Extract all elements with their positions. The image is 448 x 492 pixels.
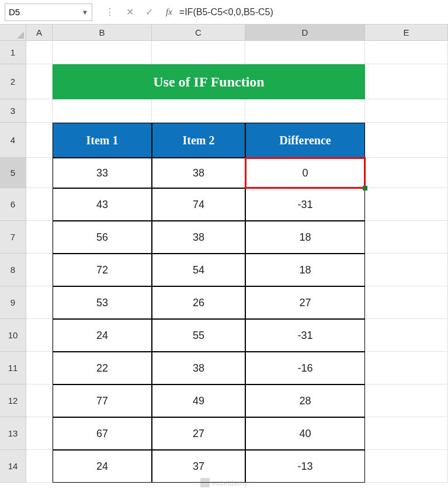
- table-cell[interactable]: 49: [152, 384, 245, 417]
- table-header: Item 1: [53, 123, 152, 158]
- row-header-7[interactable]: 7: [0, 221, 26, 254]
- sheet-grid[interactable]: Use of IF FunctionItem 1Item 2Difference…: [26, 41, 448, 483]
- column-headers: ABCDE: [26, 25, 448, 41]
- select-all-corner[interactable]: [0, 25, 26, 41]
- table-cell[interactable]: -13: [245, 450, 365, 483]
- formula-bar: D5 ▼ ⋮ ✕ ✓ fx =IF(B5-C5<0,0,B5-C5): [0, 0, 448, 25]
- name-box-value: D5: [9, 7, 82, 17]
- column-header-C[interactable]: C: [152, 25, 245, 41]
- chevron-down-icon[interactable]: ▼: [82, 9, 88, 16]
- row-header-5[interactable]: 5: [0, 158, 26, 188]
- row-header-2[interactable]: 2: [0, 64, 26, 99]
- row-header-9[interactable]: 9: [0, 286, 26, 319]
- formula-input[interactable]: =IF(B5-C5<0,0,B5-C5): [179, 7, 448, 18]
- row-header-11[interactable]: 11: [0, 352, 26, 384]
- table-header: Item 2: [152, 123, 245, 158]
- watermark-icon: [200, 478, 209, 487]
- column-header-D[interactable]: D: [245, 25, 365, 41]
- row-header-13[interactable]: 13: [0, 417, 26, 450]
- column-header-A[interactable]: A: [26, 25, 53, 41]
- row-header-14[interactable]: 14: [0, 450, 26, 483]
- title-banner: Use of IF Function: [53, 64, 365, 99]
- table-cell[interactable]: 27: [152, 417, 245, 450]
- table-header: Difference: [245, 123, 365, 158]
- table-cell[interactable]: 18: [245, 254, 365, 286]
- column-header-B[interactable]: B: [53, 25, 152, 41]
- fx-icon[interactable]: fx: [166, 7, 172, 17]
- table-cell[interactable]: -31: [245, 319, 365, 352]
- table-cell[interactable]: -31: [245, 188, 365, 221]
- table-cell[interactable]: 38: [152, 221, 245, 254]
- row-header-3[interactable]: 3: [0, 99, 26, 123]
- table-cell[interactable]: 28: [245, 384, 365, 417]
- table-cell[interactable]: 53: [53, 286, 152, 319]
- table-cell[interactable]: 33: [53, 158, 152, 188]
- table-cell[interactable]: 22: [53, 352, 152, 384]
- table-cell[interactable]: 74: [152, 188, 245, 221]
- row-header-4[interactable]: 4: [0, 123, 26, 158]
- row-header-8[interactable]: 8: [0, 254, 26, 286]
- table-cell[interactable]: 26: [152, 286, 245, 319]
- formula-bar-icons: ⋮ ✕ ✓: [92, 6, 166, 18]
- row-header-6[interactable]: 6: [0, 188, 26, 221]
- table-cell[interactable]: 77: [53, 384, 152, 417]
- dots-icon: ⋮: [105, 6, 114, 18]
- row-headers: 1234567891011121314: [0, 41, 26, 483]
- table-cell[interactable]: 0: [245, 158, 365, 188]
- column-header-E[interactable]: E: [365, 25, 448, 41]
- table-cell[interactable]: 56: [53, 221, 152, 254]
- row-header-1[interactable]: 1: [0, 41, 26, 64]
- table-cell[interactable]: 43: [53, 188, 152, 221]
- cancel-icon[interactable]: ✕: [126, 6, 134, 18]
- table-cell[interactable]: 24: [53, 319, 152, 352]
- check-icon[interactable]: ✓: [145, 6, 153, 18]
- table-cell[interactable]: 38: [152, 158, 245, 188]
- row-header-10[interactable]: 10: [0, 319, 26, 352]
- watermark: exceldemy: [200, 478, 248, 487]
- table-cell[interactable]: 72: [53, 254, 152, 286]
- table-cell[interactable]: 40: [245, 417, 365, 450]
- table-cell[interactable]: 55: [152, 319, 245, 352]
- fill-handle[interactable]: [363, 186, 367, 190]
- watermark-text: exceldemy: [211, 479, 248, 487]
- row-header-12[interactable]: 12: [0, 384, 26, 417]
- table-cell[interactable]: -16: [245, 352, 365, 384]
- table-cell[interactable]: 27: [245, 286, 365, 319]
- table-cell[interactable]: 38: [152, 352, 245, 384]
- table-cell[interactable]: 67: [53, 417, 152, 450]
- table-cell[interactable]: 18: [245, 221, 365, 254]
- table-cell[interactable]: 54: [152, 254, 245, 286]
- name-box[interactable]: D5 ▼: [5, 4, 92, 21]
- table-cell[interactable]: 24: [53, 450, 152, 483]
